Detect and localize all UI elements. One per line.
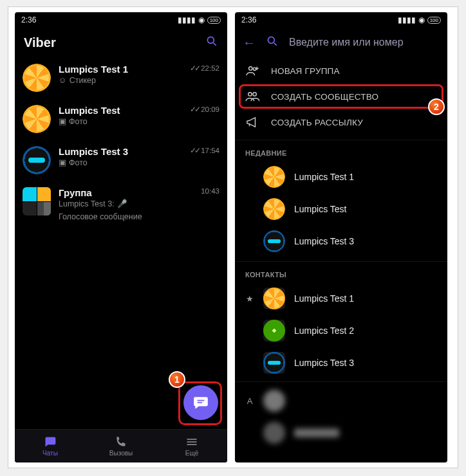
svg-point-7 [268,37,274,43]
tab-label: Чаты [42,450,58,457]
contact-row[interactable]: Lumpics Test 2 [235,315,447,347]
photo-icon: ▣ [59,158,66,169]
compose-icon [192,394,209,411]
contact-name: Lumpics Test 3 [294,236,354,246]
search-icon[interactable] [205,35,218,51]
contact-name: Lumpics Test [294,204,346,214]
menu-new-broadcast[interactable]: СОЗДАТЬ РАССЫЛКУ [235,109,447,136]
svg-point-9 [249,67,252,70]
marker-2: 2 [428,98,445,115]
community-icon [245,91,259,102]
wifi-icon: ◉ [198,15,205,24]
svg-line-8 [274,42,277,45]
chat-sub-prefix: Lumpics Test 3: [59,199,115,210]
recent-row[interactable]: Lumpics Test [235,193,447,225]
chat-time: 20:09 [201,105,219,113]
avatar [263,288,285,309]
chat-time: 22:52 [201,64,219,72]
menu-new-community[interactable]: СОЗДАТЬ СООБЩЕСТВО [239,84,443,109]
menu-label: СОЗДАТЬ СООБЩЕСТВО [271,92,378,102]
avatar [263,320,285,342]
contact-name: Lumpics Test 1 [294,172,354,182]
signal-icon: ▮▮▮▮ [398,15,416,24]
contact-name: Lumpics Test 3 [294,358,354,368]
search-icon[interactable] [266,35,279,51]
search-input[interactable]: Введите имя или номер [289,37,404,48]
signal-icon: ▮▮▮▮ [178,15,196,24]
chat-name: Lumpics Test [59,105,182,116]
tab-chats[interactable]: Чаты [15,430,86,462]
svg-rect-6 [187,444,197,445]
tab-more[interactable]: Ещё [156,430,227,462]
chat-row[interactable]: Lumpics Test ▣Фото ✓✓20:09 [15,98,227,140]
menu-label: СОЗДАТЬ РАССЫЛКУ [271,118,363,127]
contact-name: Lumpics Test 1 [294,293,354,304]
read-checks-icon: ✓✓ [190,105,199,114]
photo-icon: ▣ [59,117,66,127]
sticker-icon: ☺ [59,76,67,86]
avatar [263,198,285,220]
compose-fab[interactable] [183,385,218,420]
app-header: Viber [15,28,227,57]
avatar [263,230,285,252]
status-bar: 2:36 ▮▮▮▮ ◉ 100 [15,12,227,28]
voice-icon: 🎤 [117,199,127,210]
menu-icon [185,435,198,448]
avatar [23,64,51,92]
avatar [263,352,285,374]
chat-icon [44,435,57,448]
svg-point-13 [248,93,252,96]
letter-header-row: A [235,385,447,417]
tab-label: Вызовы [109,450,133,457]
section-contacts: КОНТАКТЫ [235,261,447,282]
phone-compose-screen: 2:36 ▮▮▮▮ ◉ 100 ← Введите имя или номер … [235,12,447,462]
chat-name: Lumpics Test 1 [59,64,182,75]
avatar-blurred [263,422,285,444]
avatar [23,105,51,133]
avatar [23,146,51,174]
chat-row[interactable]: Группа Lumpics Test 3: 🎤 Голосовое сообщ… [15,181,227,228]
chat-sub: Фото [69,158,88,169]
chat-sub: Голосовое сообщение [59,212,142,223]
chat-name: Lumpics Test 3 [59,146,182,157]
svg-point-0 [207,37,214,43]
contact-row-blurred [235,417,447,449]
chat-name: Группа [59,187,193,198]
compose-header: ← Введите имя или номер [235,28,447,57]
contact-row[interactable]: Lumpics Test 3 [235,347,447,379]
tab-label: Ещё [185,450,198,457]
menu-new-group[interactable]: НОВАЯ ГРУППА [235,57,447,84]
star-icon: ★ [245,294,254,304]
svg-rect-5 [187,441,197,443]
marker-1: 1 [169,371,185,388]
phone-chats-screen: 2:36 ▮▮▮▮ ◉ 100 Viber Lumpics Test 1 ☺Ст… [15,12,227,462]
svg-rect-3 [198,402,203,403]
contact-row[interactable]: ★ Lumpics Test 1 [235,282,447,315]
status-bar: 2:36 ▮▮▮▮ ◉ 100 [235,12,447,28]
status-time: 2:36 [21,15,36,24]
letter-header: A [245,396,254,406]
chat-sub: Фото [69,117,88,127]
chat-row[interactable]: Lumpics Test 1 ☺Стикер ✓✓22:52 [15,57,227,98]
chat-time: 17:54 [201,147,219,154]
svg-rect-2 [198,400,205,401]
status-time: 2:36 [241,15,256,24]
avatar [263,166,285,188]
app-title: Viber [24,35,195,50]
back-button[interactable]: ← [243,35,256,50]
tab-calls[interactable]: Вызовы [86,430,156,462]
chat-row[interactable]: Lumpics Test 3 ▣Фото ✓✓17:54 [15,140,227,181]
chat-sub: Стикер [70,76,96,86]
battery-icon: 100 [207,17,221,24]
avatar-blurred [263,390,285,412]
read-checks-icon: ✓✓ [190,64,199,73]
contact-name: Lumpics Test 2 [294,325,354,336]
recent-row[interactable]: Lumpics Test 3 [235,225,447,257]
group-avatar [23,187,51,215]
svg-rect-4 [187,439,197,440]
group-add-icon [245,65,259,77]
megaphone-icon [245,116,259,128]
battery-icon: 100 [427,17,441,24]
bottom-nav: Чаты Вызовы Ещё [15,429,227,462]
recent-row[interactable]: Lumpics Test 1 [235,161,447,193]
